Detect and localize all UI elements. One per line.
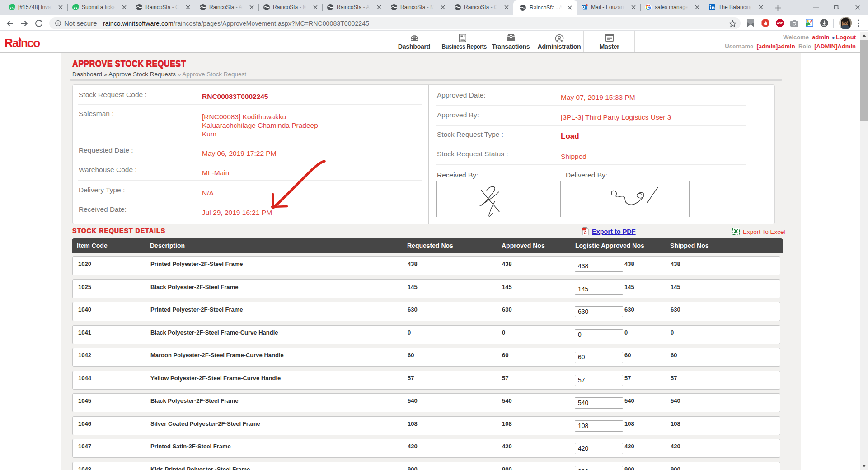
svg-text:ABP: ABP [777,22,783,25]
